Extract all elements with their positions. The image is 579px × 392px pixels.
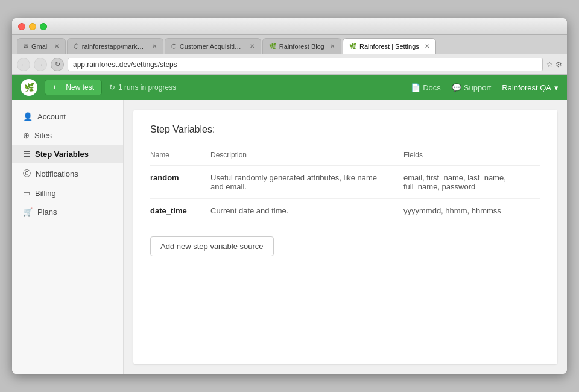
row-description: Useful randomly generated attributes, li…	[210, 166, 403, 199]
sidebar-label-step-variables: Step Variables	[35, 150, 89, 159]
row-name: random	[150, 166, 210, 199]
logo-leaf: 🌿	[24, 83, 34, 92]
row-fields: yyyymmdd, hhmm, hhmmss	[403, 199, 540, 223]
sidebar-label-billing: Billing	[35, 189, 56, 198]
row-name: date_time	[150, 199, 210, 223]
sidebar-item-notifications[interactable]: ⓪ Notifications	[12, 163, 123, 184]
content-panel: Step Variables: Name Description Fields …	[133, 110, 557, 364]
chevron-down-icon: ▾	[554, 83, 558, 92]
account-icon: 👤	[23, 112, 33, 121]
docs-link[interactable]: 📄 Docs	[411, 83, 441, 92]
notifications-icon: ⓪	[23, 168, 31, 179]
add-button-label: Add new step variable source	[160, 242, 264, 251]
row-description: Current date and time.	[210, 199, 403, 223]
sidebar-label-notifications: Notifications	[36, 169, 78, 179]
col-description: Description	[210, 147, 403, 166]
sidebar-item-sites[interactable]: ⊕ Sites	[12, 126, 123, 145]
close-button[interactable]	[18, 23, 25, 30]
body-area: 👤 Account ⊕ Sites ☰ Step Variables ⓪ Not…	[12, 100, 567, 374]
top-nav: 🌿 + + New test ↻ 1 runs in progress 📄 Do…	[12, 75, 567, 100]
tab-close-2[interactable]: ✕	[152, 43, 157, 49]
minimize-button[interactable]	[29, 23, 36, 30]
tab-rainforest-settings[interactable]: 🌿 Rainforest | Settings ✕	[343, 38, 436, 54]
sidebar-item-account[interactable]: 👤 Account	[12, 107, 123, 126]
docs-label: Docs	[423, 83, 441, 92]
browser-window: ✉ Gmail ✕ ⬡ rainforestapp/marketing-... …	[12, 18, 567, 374]
address-icons: ☆ ⚙	[546, 60, 562, 69]
back-button[interactable]: ←	[17, 58, 30, 71]
sidebar-item-billing[interactable]: ▭ Billing	[12, 184, 123, 203]
tab-close-3[interactable]: ✕	[250, 43, 255, 49]
title-bar	[12, 18, 567, 35]
docs-icon: 📄	[411, 83, 420, 92]
sidebar-label-plans: Plans	[37, 207, 57, 217]
tab-rainforest-marketing[interactable]: ⬡ rainforestapp/marketing-... ✕	[67, 38, 163, 54]
plans-icon: 🛒	[23, 207, 33, 217]
variables-table: Name Description Fields random Useful ra…	[150, 147, 540, 223]
main-content: 🌿 + + New test ↻ 1 runs in progress 📄 Do…	[12, 75, 567, 374]
nav-right: 📄 Docs 💬 Support Rainforest QA ▾	[411, 83, 558, 92]
user-label: Rainforest QA	[502, 83, 551, 92]
reload-button[interactable]: ↻	[51, 58, 64, 71]
tab-rainforest-blog[interactable]: 🌿 Rainforest Blog ✕	[262, 38, 341, 54]
support-label: Support	[464, 83, 492, 92]
tab5-icon: 🌿	[349, 43, 356, 49]
tab-close-gmail[interactable]: ✕	[54, 43, 59, 49]
bookmark-icon[interactable]: ☆	[546, 60, 553, 69]
tab-customer-acquisition[interactable]: ⬡ Customer Acquisition Stra... ✕	[165, 38, 261, 54]
tab-bar: ✉ Gmail ✕ ⬡ rainforestapp/marketing-... …	[12, 35, 567, 54]
table-row: random Useful randomly generated attribu…	[150, 166, 540, 199]
col-name: Name	[150, 147, 210, 166]
sidebar-item-step-variables[interactable]: ☰ Step Variables	[12, 145, 123, 163]
support-icon: 💬	[452, 83, 461, 92]
row-fields: email, first_name, last_name, full_name,…	[403, 166, 540, 199]
sites-icon: ⊕	[23, 131, 30, 140]
sidebar-label-account: Account	[37, 112, 66, 121]
tab3-icon: ⬡	[171, 43, 177, 49]
gmail-icon: ✉	[24, 43, 28, 49]
settings-icon[interactable]: ⚙	[555, 60, 562, 69]
table-row: date_time Current date and time. yyyymmd…	[150, 199, 540, 223]
runs-icon: ↻	[109, 83, 115, 92]
add-step-variable-button[interactable]: Add new step variable source	[150, 236, 274, 256]
new-test-label: + New test	[60, 83, 94, 92]
maximize-button[interactable]	[40, 23, 47, 30]
url-bar[interactable]: app.rainforest.dev/settings/steps	[68, 58, 543, 71]
plus-icon: +	[52, 83, 57, 92]
page-title: Step Variables:	[150, 124, 540, 135]
tab4-icon: 🌿	[269, 43, 276, 49]
support-link[interactable]: 💬 Support	[452, 83, 492, 92]
sidebar-item-plans[interactable]: 🛒 Plans	[12, 203, 123, 221]
url-text: app.rainforest.dev/settings/steps	[73, 60, 177, 69]
step-variables-icon: ☰	[23, 150, 30, 159]
col-fields: Fields	[403, 147, 540, 166]
user-menu[interactable]: Rainforest QA ▾	[502, 83, 558, 92]
forward-button[interactable]: →	[34, 58, 47, 71]
address-bar: ← → ↻ app.rainforest.dev/settings/steps …	[12, 54, 567, 75]
billing-icon: ▭	[23, 189, 30, 198]
sidebar: 👤 Account ⊕ Sites ☰ Step Variables ⓪ Not…	[12, 100, 124, 374]
tab-close-4[interactable]: ✕	[330, 43, 335, 49]
tab-close-5[interactable]: ✕	[425, 43, 429, 49]
logo-icon[interactable]: 🌿	[21, 79, 37, 96]
sidebar-label-sites: Sites	[34, 131, 52, 140]
runs-in-progress: ↻ 1 runs in progress	[109, 83, 176, 92]
runs-label: 1 runs in progress	[118, 83, 176, 92]
new-test-button[interactable]: + + New test	[45, 80, 102, 95]
tab2-icon: ⬡	[74, 43, 79, 49]
tab-gmail[interactable]: ✉ Gmail ✕	[17, 38, 66, 54]
